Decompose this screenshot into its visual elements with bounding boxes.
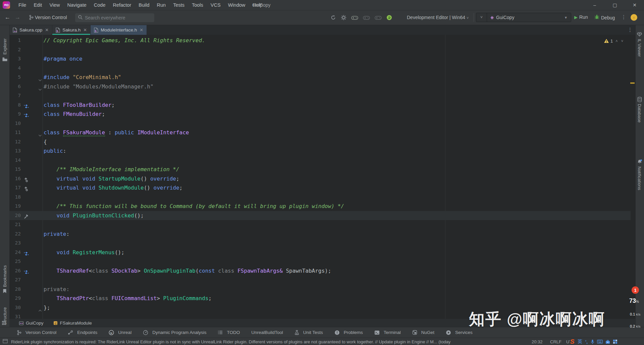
toolwindow-endpoints[interactable]: Endpoints xyxy=(68,330,97,335)
toolwindow-todo[interactable]: TODO xyxy=(218,330,240,335)
toolwindow-dynamic-program-analysis[interactable]: Dynamic Program Analysis xyxy=(143,330,206,335)
code-line-7[interactable]: 7 xyxy=(9,91,631,100)
toolwindow-unit-tests[interactable]: Unit Tests xyxy=(294,330,323,335)
menu-navigate[interactable]: Navigate xyxy=(64,0,90,10)
menu-window[interactable]: Window xyxy=(224,0,249,10)
code-line-23[interactable]: 23 xyxy=(9,238,631,248)
controller-dim-icon[interactable] xyxy=(363,15,370,20)
notification-badge[interactable]: 1 xyxy=(632,286,639,294)
usages-icon[interactable] xyxy=(23,111,30,117)
toolwindow-problems[interactable]: Problems xyxy=(334,330,363,335)
chevron-down-icon[interactable]: ˅ xyxy=(476,13,487,22)
code-line-18[interactable]: 18 xyxy=(9,193,631,202)
code-line-6[interactable]: 6#include "Modules/ModuleManager.h" xyxy=(9,82,631,91)
usages-icon[interactable] xyxy=(23,250,30,255)
search-everywhere-box[interactable]: Search everywhere xyxy=(75,13,154,22)
mic-icon[interactable] xyxy=(591,339,594,344)
code-line-4[interactable]: 4 xyxy=(9,64,631,73)
ime-punct-indicator[interactable]: ’, xyxy=(585,339,588,344)
code-line-24[interactable]: 24 void RegisterMenus(); xyxy=(9,248,631,257)
unreal-link-icon[interactable] xyxy=(386,15,392,20)
warning-stripe-mark[interactable] xyxy=(630,82,635,84)
code-line-1[interactable]: 1// Copyright Epic Games, Inc. All Right… xyxy=(9,36,631,45)
code-line-20[interactable]: 20 void PluginButtonClicked(); xyxy=(9,211,631,220)
code-line-9[interactable]: 9class FMenuBuilder; xyxy=(9,110,631,119)
code-line-28[interactable]: 28private: xyxy=(9,285,631,294)
code-line-2[interactable]: 2 xyxy=(9,45,631,55)
code-line-12[interactable]: 12{ xyxy=(9,137,631,147)
prev-problem-icon[interactable]: ˄ xyxy=(615,39,618,43)
grid-icon[interactable] xyxy=(613,339,618,344)
status-message[interactable]: RiderLink plugin synchronization is requ… xyxy=(11,339,450,344)
code-line-26[interactable]: 26 TSharedRef<class SDockTab> OnSpawnPlu… xyxy=(9,266,631,276)
close-tab-icon[interactable]: ✕ xyxy=(140,27,143,32)
build-config-selector[interactable]: Development Editor | Win64 ˅ xyxy=(407,15,469,20)
code-line-21[interactable]: 21 xyxy=(9,220,631,229)
code-line-14[interactable]: 14 xyxy=(9,156,631,165)
close-tab-icon[interactable]: ✕ xyxy=(83,27,87,32)
tab-sakura-cpp[interactable]: ++Sakura.cpp✕ xyxy=(9,25,52,35)
tab-list-more-icon[interactable]: ⋮ xyxy=(628,27,633,33)
code-line-10[interactable]: 10 xyxy=(9,119,631,128)
tab-moduleinterface-h[interactable]: hModuleInterface.h✕ xyxy=(91,25,147,35)
run-button[interactable]: ▶ Run xyxy=(574,14,588,20)
next-problem-icon[interactable]: ˅ xyxy=(621,39,623,43)
breadcrumb-guicopy[interactable]: ++GuiCopy xyxy=(19,321,44,326)
minimize-button[interactable]: – xyxy=(587,0,602,10)
code-line-17[interactable]: 17 virtual void ShutdownModule() overrid… xyxy=(9,183,631,193)
code-line-8[interactable]: 8class FToolBarBuilder; xyxy=(9,100,631,110)
close-tab-icon[interactable]: ✕ xyxy=(45,27,49,32)
settings-icon[interactable] xyxy=(341,15,346,20)
code-line-22[interactable]: 22private: xyxy=(9,229,631,239)
stripe-database[interactable]: Database xyxy=(635,97,644,141)
toolbox-icon[interactable] xyxy=(605,340,610,344)
run-config-combo[interactable]: ˅ ⧺ GuiCopy ▼ xyxy=(476,13,571,22)
menu-build[interactable]: Build xyxy=(135,0,153,10)
menu-code[interactable]: Code xyxy=(90,0,109,10)
toolwindow-unreal[interactable]: uUnreal xyxy=(109,330,131,335)
ime-lang-indicator[interactable]: 英 xyxy=(578,339,582,345)
sogou-logo-icon[interactable]: S xyxy=(570,338,575,345)
code-line-13[interactable]: 13public: xyxy=(9,146,631,156)
menu-view[interactable]: View xyxy=(46,0,63,10)
menu-tests[interactable]: Tests xyxy=(169,0,188,10)
tab-sakura-h[interactable]: hSakura.h✕ xyxy=(52,25,91,35)
toolwindow-nuget[interactable]: NuGet xyxy=(412,330,434,335)
update-notification-icon[interactable]: ↑ xyxy=(631,14,637,21)
code-line-29[interactable]: 29 TSharedPtr<class FUICommandList> Plug… xyxy=(9,294,631,303)
usages-icon[interactable] xyxy=(23,102,30,108)
override-icon[interactable] xyxy=(23,185,30,190)
code-line-11[interactable]: 11class FSakuraModule : public IModuleIn… xyxy=(9,128,631,137)
sync-icon[interactable] xyxy=(330,15,336,20)
usages-icon[interactable] xyxy=(23,268,30,273)
menu-refactor[interactable]: Refactor xyxy=(109,0,135,10)
stripe-notifications[interactable]: Notifications xyxy=(635,159,644,203)
code-line-16[interactable]: 16 virtual void StartupModule() override… xyxy=(9,174,631,184)
forward-button[interactable]: → xyxy=(15,14,20,21)
keyboard-icon[interactable] xyxy=(597,340,603,344)
menu-file[interactable]: File xyxy=(15,0,30,10)
toolwindow-unrealbuildtool[interactable]: UnrealBuildTool xyxy=(251,330,283,335)
toolwindow-services[interactable]: Services xyxy=(446,330,473,335)
version-control-widget[interactable]: Version Control xyxy=(35,15,67,20)
inspections-widget[interactable]: 1 ˄ ˅ xyxy=(604,38,623,44)
close-button[interactable]: ✕ xyxy=(627,0,642,10)
stripe-il-viewer[interactable]: IL Viewer xyxy=(635,32,644,75)
controller-dim-icon[interactable] xyxy=(375,15,382,20)
maximize-button[interactable]: ▢ xyxy=(607,0,623,10)
toolwindow-version-control[interactable]: Version Control xyxy=(17,330,56,335)
toolwindow-terminal[interactable]: Terminal xyxy=(374,330,401,335)
controller-icon[interactable] xyxy=(351,15,358,20)
stripe-bookmarks[interactable]: Bookmarks xyxy=(0,256,9,293)
code-line-25[interactable]: 25 xyxy=(9,257,631,266)
line-ending-indicator[interactable]: CRLF xyxy=(550,339,561,344)
code-editor[interactable]: 1// Copyright Epic Games, Inc. All Right… xyxy=(9,35,635,319)
hammer-icon[interactable] xyxy=(23,213,30,218)
stripe-explorer[interactable]: Explorer xyxy=(0,25,9,62)
override-icon[interactable] xyxy=(23,176,30,181)
menu-edit[interactable]: Edit xyxy=(30,0,46,10)
code-line-19[interactable]: 19 /** This function will be bound to Co… xyxy=(9,202,631,211)
menu-run[interactable]: Run xyxy=(153,0,170,10)
more-icon[interactable]: ⋮ xyxy=(621,14,626,20)
breadcrumb-fsakuramodule[interactable]: CFSakuraModule xyxy=(53,321,92,326)
